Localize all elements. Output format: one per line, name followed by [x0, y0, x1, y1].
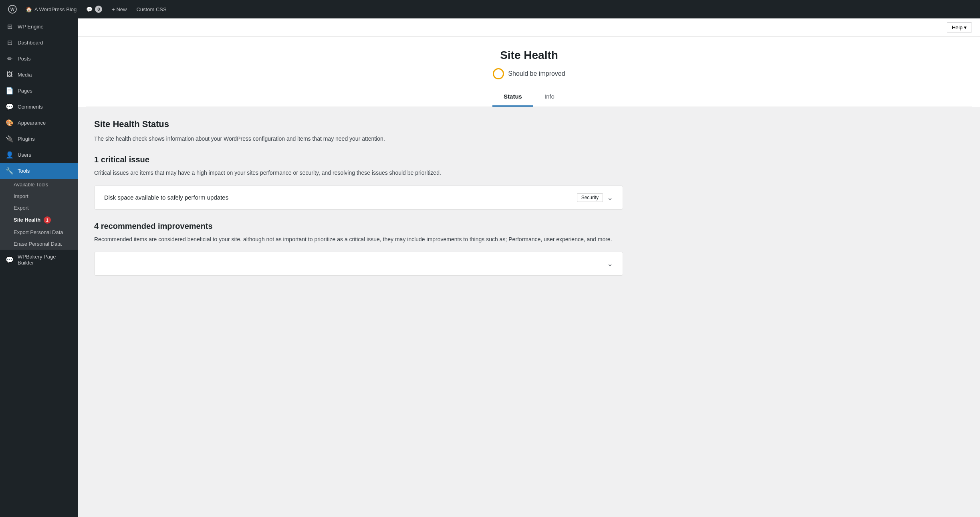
sidebar-sub-item-site-health[interactable]: Site Health 1 — [0, 214, 78, 226]
layout: ⊞ WP Engine ⊟ Dashboard ✏ Posts 🖼 Media … — [0, 18, 980, 517]
sidebar-item-users[interactable]: 👤 Users — [0, 147, 78, 163]
issue-item-right: Security ⌄ — [577, 193, 613, 202]
sidebar-item-posts[interactable]: ✏ Posts — [0, 50, 78, 67]
new-content-button[interactable]: + New — [108, 0, 131, 18]
sidebar-item-pages[interactable]: 📄 Pages — [0, 83, 78, 99]
new-label: + New — [112, 6, 127, 12]
sidebar-sub-item-export-personal[interactable]: Export Personal Data — [0, 226, 78, 238]
sidebar-item-label: Posts — [18, 56, 31, 62]
chevron-down-icon[interactable]: ⌄ — [607, 259, 613, 268]
sidebar: ⊞ WP Engine ⊟ Dashboard ✏ Posts 🖼 Media … — [0, 18, 78, 517]
page-header: Site Health Should be improved Status In… — [78, 37, 980, 107]
sidebar-item-label: Dashboard — [18, 40, 43, 46]
site-health-badge: 1 — [44, 216, 51, 224]
users-icon: 👤 — [6, 151, 14, 159]
page-tabs: Status Info — [86, 87, 972, 107]
critical-issues-title: 1 critical issue — [94, 155, 623, 164]
critical-issues-desc: Critical issues are items that may have … — [94, 168, 623, 177]
main-content: Help ▾ Site Health Should be improved St… — [78, 18, 980, 517]
media-icon: 🖼 — [6, 71, 14, 79]
site-name-button[interactable]: 🏠 A WordPress Blog — [22, 0, 81, 18]
section-desc: The site health check shows information … — [94, 134, 623, 143]
improvement-right: ⌄ — [607, 259, 613, 268]
wp-logo-button[interactable]: W — [5, 0, 20, 18]
sidebar-item-comments[interactable]: 💬 Comments — [0, 99, 78, 115]
sidebar-item-label: Comments — [18, 104, 43, 110]
improvements-section: 4 recommended improvements Recommended i… — [94, 222, 623, 276]
dashboard-icon: ⊟ — [6, 38, 14, 46]
sidebar-sub-item-available-tools[interactable]: Available Tools — [0, 179, 78, 190]
sidebar-sub-item-export[interactable]: Export — [0, 202, 78, 214]
custom-css-button[interactable]: Custom CSS — [132, 0, 170, 18]
comments-button[interactable]: 💬 0 — [82, 0, 106, 18]
issue-label: Disk space available to safely perform u… — [104, 194, 228, 201]
svg-text:W: W — [10, 7, 15, 12]
sidebar-item-tools[interactable]: 🔧 Tools — [0, 163, 78, 179]
page-content: Site Health Status The site health check… — [78, 107, 639, 288]
sidebar-item-label: Appearance — [18, 120, 46, 126]
health-circle-icon — [493, 68, 504, 79]
sidebar-sub-item-erase-personal[interactable]: Erase Personal Data — [0, 238, 78, 250]
section-title: Site Health Status — [94, 119, 623, 129]
appearance-icon: 🎨 — [6, 119, 14, 127]
chevron-down-icon[interactable]: ⌄ — [607, 193, 613, 202]
help-bar: Help ▾ — [78, 18, 980, 37]
sidebar-item-wp-engine[interactable]: ⊞ WP Engine — [0, 18, 78, 34]
health-status-text: Should be improved — [508, 70, 565, 77]
security-badge: Security — [577, 193, 603, 202]
plugins-icon: 🔌 — [6, 135, 14, 143]
improvement-item: ⌄ — [94, 252, 623, 276]
comments-icon: 💬 — [6, 103, 14, 111]
tab-info[interactable]: Info — [533, 87, 566, 107]
sidebar-item-label: WPBakery Page Builder — [18, 254, 73, 266]
comment-count: 0 — [95, 6, 102, 13]
improvements-title: 4 recommended improvements — [94, 222, 623, 231]
wpbakery-icon: 💬 — [6, 256, 14, 264]
posts-icon: ✏ — [6, 55, 14, 63]
sidebar-item-wpbakery[interactable]: 💬 WPBakery Page Builder — [0, 250, 78, 270]
site-name: A WordPress Blog — [34, 6, 77, 12]
custom-css-label: Custom CSS — [136, 6, 166, 12]
sidebar-item-media[interactable]: 🖼 Media — [0, 67, 78, 83]
sidebar-item-plugins[interactable]: 🔌 Plugins — [0, 131, 78, 147]
sidebar-item-label: WP Engine — [18, 24, 44, 30]
help-button[interactable]: Help ▾ — [947, 22, 972, 32]
sidebar-item-label: Users — [18, 152, 31, 158]
home-icon: 🏠 — [26, 6, 32, 12]
page-title: Site Health — [86, 49, 972, 62]
health-status-indicator: Should be improved — [86, 68, 972, 79]
sidebar-item-dashboard[interactable]: ⊟ Dashboard — [0, 34, 78, 50]
improvements-desc: Recommended items are considered benefic… — [94, 235, 623, 244]
comment-icon: 💬 — [86, 6, 93, 12]
sidebar-item-label: Tools — [18, 168, 30, 174]
sidebar-item-label: Pages — [18, 88, 32, 94]
sidebar-item-label: Media — [18, 72, 32, 78]
pages-icon: 📄 — [6, 87, 14, 95]
critical-issue-item: Disk space available to safely perform u… — [94, 186, 623, 210]
wp-engine-icon: ⊞ — [6, 22, 14, 30]
admin-bar: W 🏠 A WordPress Blog 💬 0 + New Custom CS… — [0, 0, 980, 18]
tab-status[interactable]: Status — [492, 87, 533, 107]
tools-submenu: Available Tools Import Export Site Healt… — [0, 179, 78, 250]
sidebar-item-label: Plugins — [18, 136, 35, 142]
sidebar-sub-item-import[interactable]: Import — [0, 190, 78, 202]
tools-icon: 🔧 — [6, 167, 14, 175]
sidebar-item-appearance[interactable]: 🎨 Appearance — [0, 115, 78, 131]
